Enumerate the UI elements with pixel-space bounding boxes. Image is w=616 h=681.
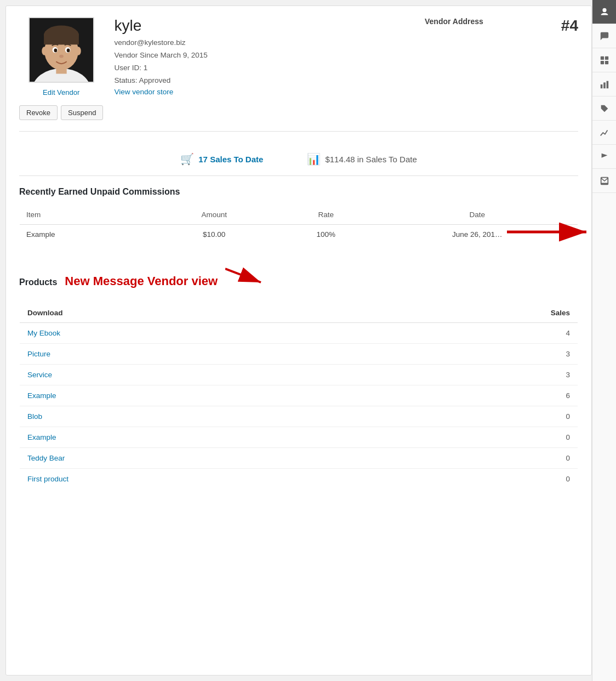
vendor-user-id: User ID: 1 (114, 62, 414, 75)
vendor-address-label: Vendor Address (425, 17, 534, 26)
product-sales: 3 (365, 365, 578, 385)
vendor-info: kyle vendor@kylestore.biz Vendor Since M… (114, 17, 414, 96)
product-row: First product 0 (20, 469, 578, 490)
product-sales: 0 (365, 406, 578, 427)
commissions-heading: Recently Earned Unpaid Commissions (19, 187, 578, 197)
revenue-text: $114.48 in Sales To Date (325, 155, 417, 164)
vendor-avatar (28, 17, 94, 83)
stats-bar: 🛒 17 Sales To Date 📊 $114.48 in Sales To… (19, 143, 578, 176)
svg-rect-21 (600, 84, 602, 88)
product-row: Blob 0 (20, 406, 578, 427)
col-download: Download (20, 303, 366, 323)
col-sales: Sales (365, 303, 578, 323)
vendor-avatar-container: Edit Vendor Revoke Suspend (19, 17, 103, 120)
svg-point-11 (42, 47, 47, 55)
vendor-since: Vendor Since March 9, 2015 (114, 49, 414, 62)
svg-rect-5 (44, 34, 79, 44)
line-chart-icon[interactable] (592, 121, 617, 145)
commission-rate: 100% (275, 225, 377, 245)
sales-count-stat: 🛒 17 Sales To Date (180, 152, 263, 166)
commissions-section: Recently Earned Unpaid Commissions Item … (19, 187, 578, 245)
svg-point-8 (54, 49, 57, 53)
commission-amount: $10.00 (153, 225, 275, 245)
product-row: Picture 3 (20, 344, 578, 365)
product-sales: 0 (365, 448, 578, 469)
bar-chart-sidebar-icon[interactable] (592, 72, 617, 97)
revenue-stat: 📊 $114.48 in Sales To Date (307, 152, 417, 166)
products-heading: Products (19, 277, 57, 287)
suspend-button[interactable]: Suspend (61, 105, 103, 120)
product-sales: 4 (365, 323, 578, 344)
edit-vendor-link[interactable]: Edit Vendor (43, 88, 79, 97)
svg-rect-17 (600, 56, 603, 59)
new-message-annotation: New Message Vendor view (65, 274, 218, 288)
products-table: Download Sales My Ebook 4 Picture 3 Serv… (19, 303, 578, 490)
svg-rect-18 (604, 56, 608, 59)
col-rate: Rate (275, 205, 377, 225)
revoke-button[interactable]: Revoke (19, 105, 58, 120)
view-store-link[interactable]: View vendor store (114, 88, 173, 96)
product-sales: 6 (365, 385, 578, 406)
product-name[interactable]: My Ebook (20, 323, 366, 344)
vendor-address-section: Vendor Address (425, 17, 534, 26)
svg-rect-19 (600, 60, 603, 64)
product-name[interactable]: Picture (20, 344, 366, 365)
svg-rect-22 (603, 82, 606, 88)
tag-icon[interactable] (592, 97, 617, 121)
col-amount: Amount (153, 205, 275, 225)
commission-row: Example $10.00 100% June 26, 201… (20, 225, 578, 245)
product-sales: 0 (365, 469, 578, 490)
sidebar-icons (592, 0, 616, 681)
col-date: Date (377, 205, 578, 225)
commission-date: June 26, 201… (377, 225, 578, 245)
product-name[interactable]: First product (20, 469, 366, 490)
product-name[interactable]: Teddy Bear (20, 448, 366, 469)
vendor-id-section: #4 (545, 17, 578, 35)
commissions-table-container: Item Amount Rate Date Example $10.00 100… (19, 205, 578, 245)
products-arrow (225, 258, 269, 285)
grid-icon[interactable] (592, 48, 617, 72)
product-row: Service 3 (20, 365, 578, 385)
flag-icon[interactable] (592, 145, 617, 169)
product-row: Teddy Bear 0 (20, 448, 578, 469)
vendor-status: Status: Approved (114, 75, 414, 87)
product-sales: 3 (365, 344, 578, 365)
product-name[interactable]: Example (20, 385, 366, 406)
svg-rect-20 (604, 60, 608, 64)
bar-chart-icon: 📊 (307, 152, 321, 166)
svg-point-9 (66, 49, 70, 53)
product-row: Example 0 (20, 427, 578, 448)
vendor-name: kyle (114, 17, 414, 35)
commission-item: Example (20, 225, 153, 245)
person-icon[interactable] (592, 0, 617, 24)
product-name[interactable]: Service (20, 365, 366, 385)
product-name[interactable]: Blob (20, 406, 366, 427)
product-row: My Ebook 4 (20, 323, 578, 344)
comment-icon[interactable] (592, 24, 617, 48)
svg-rect-23 (606, 81, 608, 88)
svg-point-12 (76, 47, 81, 55)
commissions-table: Item Amount Rate Date Example $10.00 100… (19, 205, 578, 245)
product-sales: 0 (365, 427, 578, 448)
product-row: Example 6 (20, 385, 578, 406)
sales-count-link[interactable]: 17 Sales To Date (198, 155, 263, 164)
product-name[interactable]: Example (20, 427, 366, 448)
cart-icon: 🛒 (180, 152, 194, 166)
vendor-email: vendor@kylestore.biz (114, 37, 414, 49)
svg-line-16 (225, 269, 261, 282)
vendor-id: #4 (545, 17, 578, 35)
svg-point-10 (59, 55, 64, 58)
products-section: Products New Message Vendor view Downloa… (19, 258, 578, 490)
products-header: Products New Message Vendor view (19, 258, 578, 295)
mail-icon[interactable] (592, 169, 617, 193)
vendor-header: Edit Vendor Revoke Suspend kyle vendor@k… (19, 17, 578, 132)
col-item: Item (20, 205, 153, 225)
